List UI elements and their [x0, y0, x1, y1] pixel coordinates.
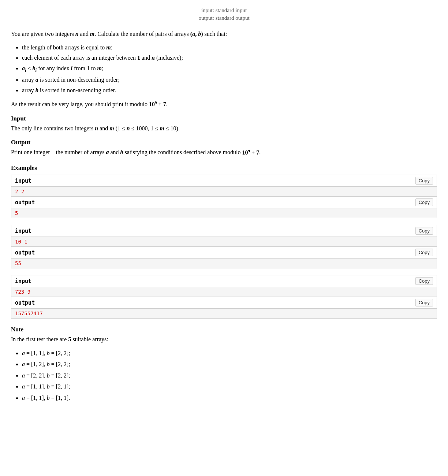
example-3-output-header: output Copy [11, 297, 437, 309]
example-3-input-value-row: 723 9 [11, 287, 437, 297]
example-2: input Copy 10 1 output Copy 55 [11, 225, 437, 268]
modulo-note: As the result can be very large, you sho… [11, 100, 437, 109]
bullet-2: each element of each array is an integer… [22, 53, 437, 63]
example-3-input-copy-button[interactable]: Copy [415, 277, 433, 285]
example-1-input-value: 2 2 [15, 189, 433, 194]
example-1-input-header: input Copy [11, 175, 437, 187]
bullet-4: array a is sorted in non-descending orde… [22, 75, 437, 85]
example-2-output-header: output Copy [11, 247, 437, 259]
example-1-input-value-row: 2 2 [11, 187, 437, 197]
example-2-input-header: input Copy [11, 225, 437, 237]
example-1: input Copy 2 2 output Copy 5 [11, 175, 437, 218]
example-3-output-label: output [15, 300, 35, 306]
output-desc: Print one integer – the number of arrays… [11, 148, 437, 157]
example-3-output-value: 157557417 [15, 310, 433, 316]
example-2-output-label: output [15, 249, 35, 256]
example-2-output-copy-button[interactable]: Copy [415, 249, 433, 256]
note-item-1: a = [1, 1], b = [2, 2]; [22, 348, 437, 359]
example-1-output-copy-button[interactable]: Copy [415, 198, 433, 206]
examples-title: Examples [11, 164, 437, 172]
problem-bullets: the length of both arrays is equal to m;… [22, 42, 437, 96]
note-desc: In the first test there are 5 suitable a… [11, 335, 437, 344]
input-title: Input [11, 115, 437, 122]
example-2-input-copy-button[interactable]: Copy [415, 227, 433, 235]
example-2-input-label: input [15, 228, 31, 234]
example-3-input-header: input Copy [11, 275, 437, 287]
note-item-4: a = [1, 1], b = [2, 1]; [22, 381, 437, 392]
example-3-input-label: input [15, 278, 31, 285]
note-item-3: a = [2, 2], b = [2, 2]; [22, 370, 437, 381]
example-2-input-value-row: 10 1 [11, 237, 437, 247]
output-title: Output [11, 139, 437, 146]
header-input-line: input: standard input [11, 7, 437, 14]
example-2-input-value: 10 1 [15, 239, 433, 245]
example-1-output-label: output [15, 199, 35, 206]
bullet-5: array b is sorted in non-ascending order… [22, 85, 437, 96]
note-title: Note [11, 326, 437, 333]
example-1-output-header: output Copy [11, 197, 437, 208]
bullet-1: the length of both arrays is equal to m; [22, 42, 437, 53]
bullet-3: ai ≤ bi for any index i from 1 to m; [22, 63, 437, 75]
example-1-output-value: 5 [15, 210, 433, 216]
note-section: Note In the first test there are 5 suita… [11, 326, 437, 404]
note-list: a = [1, 1], b = [2, 2]; a = [1, 2], b = … [22, 348, 437, 404]
note-item-2: a = [1, 2], b = [2, 2]; [22, 359, 437, 370]
example-1-output-value-row: 5 [11, 208, 437, 218]
header-output-line: output: standard output [11, 15, 437, 21]
example-1-input-copy-button[interactable]: Copy [415, 177, 433, 185]
note-item-5: a = [1, 1], b = [1, 1]. [22, 393, 437, 404]
example-1-input-label: input [15, 178, 31, 184]
example-3: input Copy 723 9 output Copy 157557417 [11, 275, 437, 319]
example-2-output-value: 55 [15, 260, 433, 266]
example-3-output-value-row: 157557417 [11, 309, 437, 318]
example-2-output-value-row: 55 [11, 259, 437, 268]
example-3-output-copy-button[interactable]: Copy [415, 299, 433, 306]
example-3-input-value: 723 9 [15, 289, 433, 295]
problem-intro: You are given two integers n and m. Calc… [11, 29, 437, 39]
input-desc: The only line contains two integers n an… [11, 124, 437, 133]
